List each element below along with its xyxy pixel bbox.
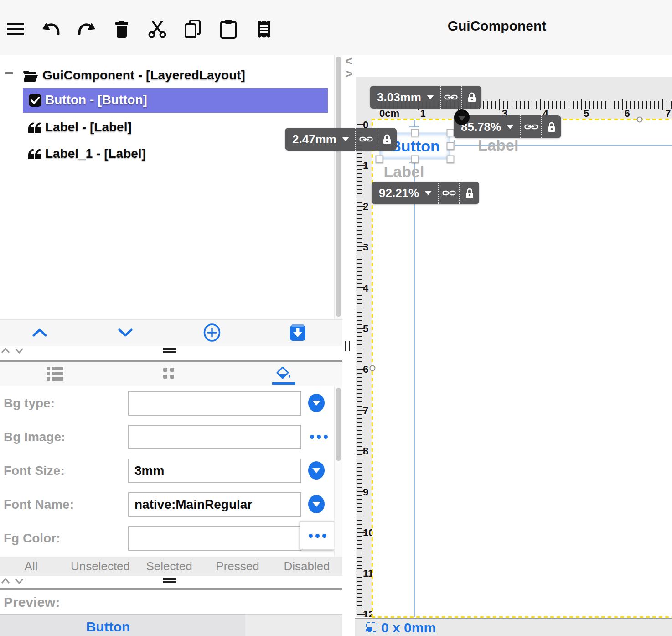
tree-item-button-selected[interactable]: Button - [Button] <box>23 88 328 113</box>
tree-item-label2[interactable]: Label_1 - [Label] <box>28 144 146 163</box>
lock-toggle-button[interactable] <box>459 182 479 204</box>
expand-right-icon[interactable]: > <box>345 69 352 79</box>
lock-toggle-button[interactable] <box>461 86 481 109</box>
quote-icon <box>28 122 41 133</box>
preview-button[interactable]: Button <box>86 619 130 635</box>
resize-handle-se[interactable] <box>447 156 455 163</box>
canvas-status-bar: 0 x 0mm <box>355 618 672 636</box>
font-name-dropdown-button[interactable] <box>308 495 325 513</box>
state-tab-disabled[interactable]: Disabled <box>284 557 330 576</box>
toolbar: GuiComponent <box>0 0 672 55</box>
caret-down-icon <box>458 116 465 121</box>
tab-grid-properties[interactable] <box>149 362 190 386</box>
properties-scrollbar-thumb[interactable] <box>336 388 341 461</box>
list-report-button[interactable] <box>252 17 276 41</box>
collapse-minus-icon[interactable] <box>5 72 13 74</box>
resize-handle-n[interactable] <box>411 129 419 137</box>
state-tab-unselected[interactable]: Unselected <box>71 557 130 576</box>
surface-resize-circle-left[interactable] <box>370 365 376 371</box>
menu-button[interactable] <box>4 17 27 41</box>
delete-button[interactable] <box>110 17 134 41</box>
splitter-down-icon[interactable] <box>15 578 24 584</box>
undo-button[interactable] <box>39 17 63 41</box>
link-toggle-button[interactable] <box>438 182 459 204</box>
dropdown-caret-icon <box>312 502 320 507</box>
dropdown-caret-icon <box>312 401 320 406</box>
splitter-drag-handle[interactable] <box>163 578 176 583</box>
paste-icon <box>220 20 237 39</box>
panel-divider-handle[interactable] <box>345 341 350 351</box>
field-label: Font Size: <box>4 464 65 478</box>
selection-size-icon <box>366 622 377 632</box>
state-tab-selected[interactable]: Selected <box>146 557 192 576</box>
state-tab-all[interactable]: All <box>25 557 38 576</box>
measurement-value[interactable]: 3.03mm <box>370 86 440 109</box>
surface-resize-circle-top[interactable] <box>637 117 643 123</box>
link-icon <box>442 189 456 197</box>
font-size-input[interactable]: 3mm <box>128 459 301 483</box>
move-down-button[interactable] <box>109 320 141 345</box>
lock-toggle-button[interactable] <box>377 128 397 151</box>
link-toggle-button[interactable] <box>355 128 377 151</box>
resize-handle-e[interactable] <box>447 142 455 150</box>
style-state-tabs: All Unselected Selected Pressed Disabled <box>0 557 342 576</box>
trash-icon <box>114 21 129 38</box>
link-icon <box>359 136 373 143</box>
measurement-value[interactable]: 92.21% <box>372 182 438 204</box>
cut-button[interactable] <box>145 17 169 41</box>
move-into-container-button[interactable] <box>282 320 314 345</box>
receipt-icon <box>256 21 272 38</box>
splitter-drag-handle[interactable] <box>163 348 176 353</box>
drag-anchor-handle[interactable] <box>454 109 470 125</box>
collapse-left-icon[interactable]: < <box>345 56 352 66</box>
tab-layout-list[interactable] <box>34 362 75 386</box>
fg-color-more-button[interactable] <box>300 521 335 550</box>
dropdown-caret-icon <box>312 468 320 473</box>
paste-button[interactable] <box>217 17 240 41</box>
chevron-up-icon <box>32 328 47 337</box>
bg-type-input[interactable] <box>128 391 301 416</box>
state-tab-pressed[interactable]: Pressed <box>216 557 259 576</box>
font-size-dropdown-button[interactable] <box>308 461 325 480</box>
bg-image-more-button[interactable] <box>310 435 328 439</box>
resize-handle-sw[interactable] <box>376 156 383 163</box>
properties-scrollbar[interactable] <box>334 386 343 557</box>
font-name-input[interactable]: native:MainRegular <box>128 492 301 517</box>
resize-handle-s[interactable] <box>411 156 419 163</box>
splitter-up-icon[interactable] <box>1 578 10 584</box>
field-label: Fg Color: <box>4 531 60 546</box>
redo-button[interactable] <box>75 17 98 41</box>
measurement-value[interactable]: 2.47mm <box>285 128 355 151</box>
field-label: Bg Image: <box>4 430 65 444</box>
field-label: Bg type: <box>4 396 55 411</box>
splitter-collapse-controls <box>1 348 24 354</box>
selection-size-text: 0 x 0mm <box>381 620 436 636</box>
undo-icon <box>41 21 61 37</box>
tree-item-label1[interactable]: Label - [Label] <box>28 118 132 137</box>
fg-color-input[interactable] <box>128 526 301 551</box>
lock-toggle-button[interactable] <box>541 115 561 138</box>
add-component-button[interactable] <box>196 320 228 345</box>
checked-checkbox-icon[interactable] <box>29 94 41 107</box>
canvas-label-widget[interactable]: Label <box>478 136 519 154</box>
bg-image-input[interactable] <box>128 425 301 449</box>
bg-type-dropdown-button[interactable] <box>308 394 325 412</box>
copy-button[interactable] <box>181 17 205 41</box>
dropdown-caret-icon <box>424 191 432 195</box>
move-up-button[interactable] <box>24 320 56 345</box>
canvas-label-widget[interactable]: Label <box>384 163 424 181</box>
design-canvas[interactable]: 0cm1234567 0123456789101112 Button Label… <box>351 55 672 636</box>
tree-scrollbar[interactable] <box>334 55 343 319</box>
menu-icon <box>6 22 25 36</box>
tree-item-guicomponent[interactable]: GuiComponent - [LayeredLayout] <box>23 65 245 86</box>
splitter-divider[interactable] <box>0 588 351 590</box>
tree-scrollbar-thumb[interactable] <box>336 57 341 317</box>
quote-icon <box>28 149 41 159</box>
link-toggle-button[interactable] <box>520 115 541 138</box>
link-toggle-button[interactable] <box>440 86 461 109</box>
measurement-badge-top: 3.03mm <box>370 86 481 109</box>
tree-item-label: Button - [Button] <box>45 93 147 107</box>
resize-handle-ne[interactable] <box>447 129 455 137</box>
splitter-down-icon[interactable] <box>15 348 24 354</box>
splitter-up-icon[interactable] <box>1 348 10 354</box>
